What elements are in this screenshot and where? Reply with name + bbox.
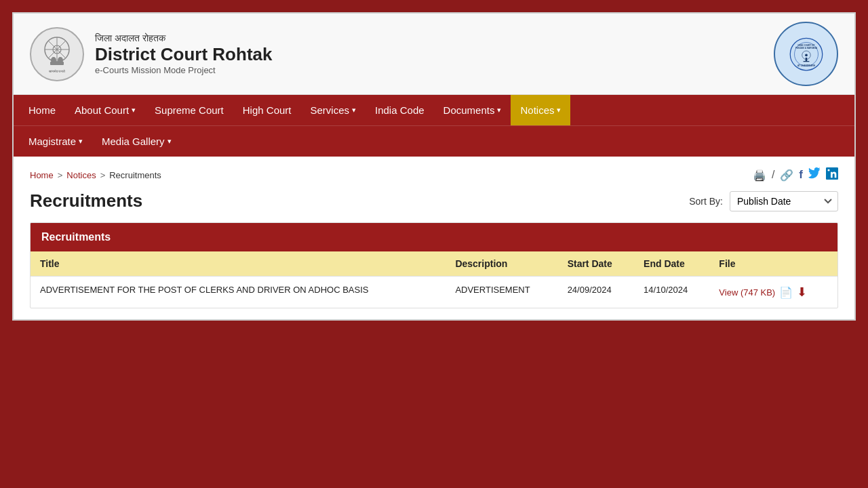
nav-about-court[interactable]: About Court ▾ bbox=[65, 95, 145, 125]
col-description: Description bbox=[446, 251, 557, 277]
page-title: Recruitments bbox=[30, 190, 142, 211]
facebook-icon[interactable]: f bbox=[799, 168, 803, 182]
nav-media-gallery[interactable]: Media Gallery ▾ bbox=[92, 126, 181, 157]
nav-notices[interactable]: Notices ▾ bbox=[511, 95, 570, 125]
chevron-down-icon: ▾ bbox=[167, 137, 172, 146]
svg-text:HIGH COURT OF: HIGH COURT OF bbox=[797, 43, 814, 46]
breadcrumb-home[interactable]: Home bbox=[30, 170, 54, 180]
pdf-icon: 📄 bbox=[779, 286, 793, 299]
table-header-row: Title Description Start Date End Date Fi… bbox=[31, 251, 837, 277]
sort-select[interactable]: Publish Date bbox=[730, 191, 838, 211]
svg-point-8 bbox=[58, 57, 63, 64]
ecourts-label: e-Courts Mission Mode Project bbox=[95, 65, 272, 75]
chevron-down-icon: ▾ bbox=[557, 106, 561, 115]
col-start-date: Start Date bbox=[558, 251, 634, 277]
row-end-date: 14/10/2024 bbox=[634, 277, 709, 308]
breadcrumb-links: Home > Notices > Recruitments bbox=[30, 170, 161, 180]
breadcrumb-separator-1: > bbox=[58, 170, 63, 180]
linkedin-icon[interactable] bbox=[826, 167, 838, 182]
nav-supreme-court[interactable]: Supreme Court bbox=[145, 95, 233, 125]
table-body: ADVERTISEMENT FOR THE POST OF CLERKS AND… bbox=[31, 277, 837, 308]
sort-label: Sort By: bbox=[689, 196, 723, 207]
download-icon[interactable]: ⬇ bbox=[797, 285, 807, 300]
svg-point-15 bbox=[805, 54, 808, 56]
sort-bar: Sort By: Publish Date bbox=[689, 191, 838, 211]
nav-magistrate[interactable]: Magistrate ▾ bbox=[19, 126, 92, 157]
svg-text:सत्यमेव जयते: सत्यमेव जयते bbox=[48, 69, 65, 73]
high-court-logo: HIGH COURT OF PUNJAB & HARYANA AT CHANDI… bbox=[774, 22, 838, 86]
chevron-down-icon: ▾ bbox=[352, 106, 356, 115]
chevron-down-icon: ▾ bbox=[497, 106, 501, 115]
page-header: Recruitments Sort By: Publish Date bbox=[30, 190, 838, 211]
row-description: ADVERTISEMENT bbox=[446, 277, 557, 308]
print-icon[interactable]: 🖨️ bbox=[753, 169, 766, 182]
chevron-down-icon: ▾ bbox=[79, 137, 83, 146]
site-header: सत्यमेव जयते जिला अदालत रोहतक District C… bbox=[14, 14, 854, 95]
table-title-bar: Recruitments bbox=[31, 223, 837, 251]
share-icon[interactable]: 🔗 bbox=[780, 169, 793, 182]
chevron-down-icon: ▾ bbox=[132, 106, 136, 115]
nav-high-court[interactable]: High Court bbox=[233, 95, 301, 125]
table-header: Title Description Start Date End Date Fi… bbox=[31, 251, 837, 277]
row-file: View (747 KB) 📄 ⬇ bbox=[709, 277, 837, 308]
table-row: ADVERTISEMENT FOR THE POST OF CLERKS AND… bbox=[31, 277, 837, 308]
svg-rect-16 bbox=[805, 58, 807, 61]
breadcrumb-actions: 🖨️ / 🔗 f bbox=[753, 167, 838, 182]
breadcrumb-notices[interactable]: Notices bbox=[66, 170, 96, 180]
ashoka-emblem: सत्यमेव जयते bbox=[30, 27, 84, 81]
sub-nav: Magistrate ▾ Media Gallery ▾ bbox=[14, 125, 854, 157]
nav-services[interactable]: Services ▾ bbox=[300, 95, 366, 125]
col-title: Title bbox=[31, 251, 446, 277]
breadcrumb-current: Recruitments bbox=[109, 170, 161, 180]
svg-text:AT CHANDIGARH: AT CHANDIGARH bbox=[797, 64, 815, 66]
content-area: Home > Notices > Recruitments 🖨️ / 🔗 f bbox=[14, 157, 854, 319]
recruitments-table-wrapper: Recruitments Title Description Start Dat… bbox=[30, 222, 838, 308]
nav-documents[interactable]: Documents ▾ bbox=[434, 95, 511, 125]
svg-point-7 bbox=[51, 57, 56, 64]
row-start-date: 24/09/2024 bbox=[558, 277, 634, 308]
twitter-icon[interactable] bbox=[808, 167, 821, 182]
header-left: सत्यमेव जयते जिला अदालत रोहतक District C… bbox=[30, 27, 272, 81]
file-view-link[interactable]: View (747 KB) 📄 ⬇ bbox=[719, 285, 828, 300]
header-text: जिला अदालत रोहतक District Court Rohtak e… bbox=[95, 33, 272, 75]
nav-home[interactable]: Home bbox=[19, 95, 65, 125]
breadcrumb: Home > Notices > Recruitments 🖨️ / 🔗 f bbox=[30, 167, 838, 182]
hindi-title: जिला अदालत रोहतक bbox=[95, 33, 272, 44]
divider: / bbox=[772, 169, 774, 181]
nav-india-code[interactable]: India Code bbox=[366, 95, 434, 125]
svg-text:PUNJAB & HARYANA: PUNJAB & HARYANA bbox=[795, 46, 818, 49]
col-file: File bbox=[709, 251, 837, 277]
svg-rect-17 bbox=[803, 61, 809, 62]
row-title: ADVERTISEMENT FOR THE POST OF CLERKS AND… bbox=[31, 277, 446, 308]
main-nav: Home About Court ▾ Supreme Court High Co… bbox=[14, 95, 854, 125]
breadcrumb-separator-2: > bbox=[100, 170, 106, 180]
col-end-date: End Date bbox=[634, 251, 709, 277]
court-name: District Court Rohtak bbox=[95, 44, 272, 65]
file-view-label: View (747 KB) bbox=[719, 287, 775, 298]
recruitments-table: Title Description Start Date End Date Fi… bbox=[31, 251, 837, 308]
